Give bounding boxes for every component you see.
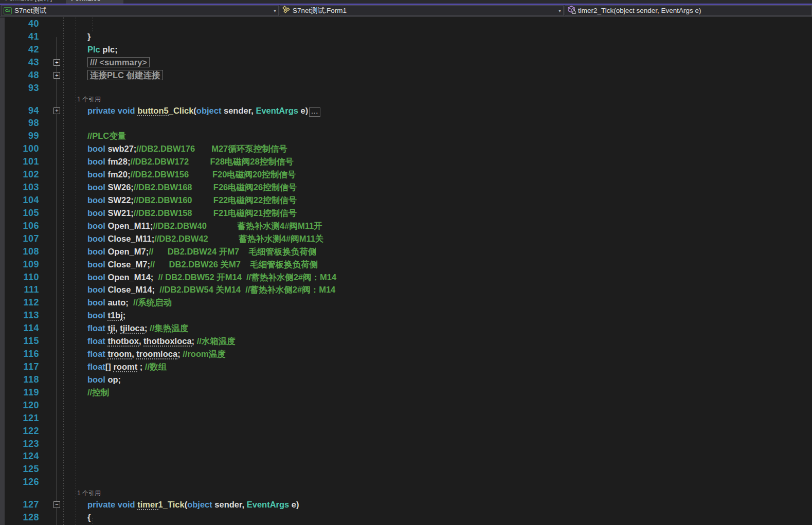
line-number: 107: [0, 232, 39, 245]
code-line: 108bool Open_M7;// DB2.DBW24 开M7 毛细管板换负荷…: [0, 245, 812, 258]
code-editor[interactable]: 4041}42Plc plc;43+/// <summary>48+连接PLC …: [0, 17, 812, 525]
line-number: 126: [0, 476, 39, 488]
code-text[interactable]: bool fm20;//DB2.DBW156 F20电磁阀20控制信号: [87, 168, 296, 181]
code-text[interactable]: Plc plc;: [87, 43, 118, 56]
line-number: 118: [0, 373, 39, 386]
line-number: 114: [0, 322, 39, 335]
line-number: 110: [0, 271, 39, 284]
code-text[interactable]: bool Open_M11;//DB2.DBW40 蓄热补水测4#阀M11开: [87, 220, 322, 232]
code-line: 98: [0, 117, 812, 130]
code-text[interactable]: bool Open_M14; // DB2.DBW52 开M14 //蓄热补水侧…: [87, 271, 336, 284]
code-line: 106bool Open_M11;//DB2.DBW40 蓄热补水测4#阀M11…: [0, 220, 812, 232]
code-text[interactable]: bool fm28;//DB2.DBW172 F28电磁阀28控制信号: [87, 155, 294, 168]
code-text[interactable]: float thotbox, thotboxloca; //水箱温度: [87, 335, 236, 348]
fold-expand-icon[interactable]: +: [53, 59, 60, 66]
line-number: 103: [0, 181, 39, 194]
code-text[interactable]: bool Close_M7;// DB2.DBW26 关M7 毛细管板换负荷侧: [87, 258, 318, 271]
codelens-references-link[interactable]: 1 个引用: [77, 95, 101, 104]
method-dropdown[interactable]: timer2_Tick(object sender, EventArgs e): [565, 5, 812, 16]
code-text[interactable]: bool SW21;//DB2.DBW158 F21电磁阀21控制信号: [87, 207, 297, 220]
code-text[interactable]: bool SW26;//DB2.DBW168 F26电磁阀26控制信号: [87, 181, 297, 194]
code-line: 40: [0, 17, 812, 30]
tab-form1-designer[interactable]: Form1.cs [设计]+: [0, 0, 65, 5]
fold-expand-icon[interactable]: +: [53, 72, 60, 79]
code-text[interactable]: bool swb27;//DB2.DBW176 M27循环泵控制信号: [87, 142, 287, 155]
chevron-down-icon: ▾: [555, 8, 561, 13]
csharp-project-icon: C#: [4, 7, 12, 14]
code-text[interactable]: bool t1bj;: [87, 309, 125, 322]
code-text[interactable]: {: [87, 511, 91, 524]
line-number: 122: [0, 425, 39, 438]
code-text[interactable]: //控制: [87, 386, 109, 399]
code-text[interactable]: bool Close_M11;//DB2.DBW42 蓄热补水测4#阀M11关: [87, 232, 323, 245]
code-text[interactable]: 连接PLC 创建连接: [87, 69, 163, 82]
code-text[interactable]: //PLC变量: [87, 130, 126, 142]
code-line: 101bool fm28;//DB2.DBW172 F28电磁阀28控制信号: [0, 155, 812, 168]
code-text[interactable]: float[] roomt ; //数组: [87, 360, 167, 373]
code-line: 117float[] roomt ; //数组: [0, 360, 812, 373]
line-number: 117: [0, 360, 39, 373]
code-text[interactable]: bool SW22;//DB2.DBW160 F22电磁阀22控制信号: [87, 194, 297, 207]
code-line: 128{: [0, 511, 812, 524]
code-text[interactable]: float tji, tjiloca; //集热温度: [87, 322, 188, 335]
tab-form1-code[interactable]: Form1.cs+✕: [66, 0, 123, 5]
line-number: 121: [0, 412, 39, 425]
line-number: 111: [0, 283, 39, 296]
line-number: 102: [0, 168, 39, 181]
code-line: 124: [0, 450, 812, 463]
code-text[interactable]: bool Close_M14; //DB2.DBW54 关M14 //蓄热补水侧…: [87, 283, 335, 296]
code-line: 120: [0, 399, 812, 412]
close-icon[interactable]: ✕: [113, 0, 118, 5]
code-line: 110bool Open_M14; // DB2.DBW52 开M14 //蓄热…: [0, 271, 812, 284]
code-line: 119//控制: [0, 386, 812, 399]
code-line: 48+连接PLC 创建连接: [0, 69, 812, 82]
code-text[interactable]: }: [87, 30, 91, 43]
line-number: 125: [0, 463, 39, 476]
code-text[interactable]: bool op;: [87, 373, 121, 386]
code-line: 99//PLC变量: [0, 130, 812, 142]
code-text[interactable]: private void button5_Click(object sender…: [87, 104, 320, 117]
line-number: 105: [0, 207, 39, 220]
code-line: 114float tji, tjiloca; //集热温度: [0, 322, 812, 335]
pin-icon[interactable]: +: [105, 0, 109, 5]
line-number: 40: [0, 17, 39, 30]
code-text[interactable]: private void timer1_Tick(object sender, …: [87, 498, 299, 511]
code-line: 102bool fm20;//DB2.DBW156 F20电磁阀20控制信号: [0, 168, 812, 181]
code-text[interactable]: float troom, troomloca; //room温度: [87, 348, 226, 360]
line-number: 43: [0, 56, 39, 69]
pin-icon[interactable]: +: [56, 0, 60, 5]
codelens-references-link[interactable]: 1 个引用: [77, 488, 101, 498]
fold-expand-icon[interactable]: +: [53, 107, 60, 114]
navigation-bar: C# S7net测试 ▾ S7net测试.Form1 ▾ timer2_Tick…: [0, 5, 812, 17]
fold-collapse-icon[interactable]: −: [53, 501, 60, 508]
code-text[interactable]: bool Open_M7;// DB2.DBW24 开M7 毛细管板换负荷侧: [87, 245, 317, 258]
class-dropdown[interactable]: S7net测试.Form1 ▾: [280, 5, 564, 16]
line-number: 109: [0, 258, 39, 271]
code-line: 115float thotbox, thotboxloca; //水箱温度: [0, 335, 812, 348]
tab-label: Form1.cs [设计]: [5, 0, 52, 2]
line-number: 106: [0, 220, 39, 232]
line-number: 100: [0, 142, 39, 155]
code-line: 105bool SW21;//DB2.DBW158 F21电磁阀21控制信号: [0, 207, 812, 220]
code-line: 127−private void timer1_Tick(object send…: [0, 498, 812, 511]
code-line: 126: [0, 476, 812, 488]
chevron-down-icon: ▾: [270, 8, 276, 13]
tab-bar: Form1.cs [设计]+ Form1.cs+✕: [0, 0, 812, 5]
code-text[interactable]: bool auto; //系统启动: [87, 296, 172, 309]
line-number: 101: [0, 155, 39, 168]
line-number: 123: [0, 438, 39, 450]
line-number: 127: [0, 498, 39, 511]
project-dropdown[interactable]: C# S7net测试 ▾: [1, 5, 279, 16]
line-number: 93: [0, 82, 39, 95]
code-line: 111bool Close_M14; //DB2.DBW54 关M14 //蓄热…: [0, 283, 812, 296]
code-line: 122: [0, 425, 812, 438]
line-number: 108: [0, 245, 39, 258]
line-number: 98: [0, 117, 39, 130]
code-text[interactable]: /// <summary>: [87, 56, 150, 69]
private-method-icon: [567, 6, 578, 15]
codelens-row: 1 个引用: [0, 488, 812, 498]
line-number: 94: [0, 104, 39, 117]
code-line: 118bool op;: [0, 373, 812, 386]
line-number: 115: [0, 335, 39, 348]
project-dropdown-label: S7net测试: [14, 6, 46, 15]
